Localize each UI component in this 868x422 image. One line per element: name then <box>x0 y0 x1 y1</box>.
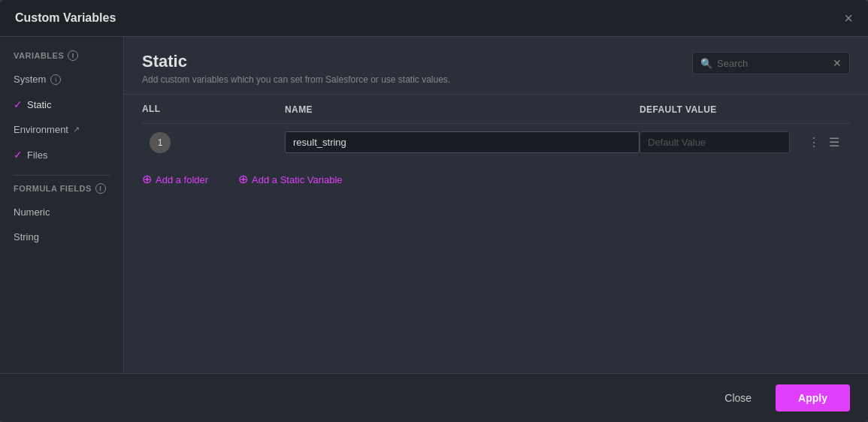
modal-header: Custom Variables × <box>0 0 868 37</box>
variables-section-label: VARIABLES i <box>0 50 123 67</box>
close-button[interactable]: Close <box>709 384 767 411</box>
modal-close-button[interactable]: × <box>844 11 853 26</box>
sidebar-item-environment[interactable]: Environment ↗ <box>0 117 123 142</box>
table-area: All Name Default Value 1 <box>124 95 868 373</box>
page-subtitle: Add custom variables which you can set f… <box>142 74 450 85</box>
sidebar-divider <box>14 175 110 176</box>
main-header: Static Add custom variables which you ca… <box>124 37 868 95</box>
system-info-icon[interactable]: i <box>50 74 61 85</box>
variable-name-input[interactable] <box>285 131 640 153</box>
col-default-header: Default Value <box>640 102 805 116</box>
search-box: 🔍 ✕ <box>692 52 850 74</box>
search-icon: 🔍 <box>700 58 712 69</box>
page-title: Static <box>142 52 450 71</box>
row-comment-button[interactable]: ☰ <box>826 134 842 152</box>
custom-variables-modal: Custom Variables × VARIABLES i System i … <box>0 0 868 422</box>
add-variable-link[interactable]: ⊕ Add a Static Variable <box>238 173 342 185</box>
variables-info-icon[interactable]: i <box>68 50 78 61</box>
row-action-buttons: ⋮ ☰ <box>805 134 850 152</box>
col-default-label: Default Value <box>640 104 717 115</box>
table-row: 1 ⋮ ☰ <box>142 124 850 161</box>
add-folder-icon: ⊕ <box>142 173 152 185</box>
sidebar-item-string[interactable]: String <box>0 225 123 249</box>
main-content: Static Add custom variables which you ca… <box>124 37 868 373</box>
modal-title: Custom Variables <box>15 11 116 25</box>
row-name-cell <box>255 131 640 153</box>
static-label: Static <box>27 99 52 110</box>
add-folder-link[interactable]: ⊕ Add a folder <box>142 173 208 185</box>
files-check-icon: ✓ <box>14 149 23 161</box>
search-clear-icon[interactable]: ✕ <box>833 57 842 69</box>
sidebar-item-numeric[interactable]: Numeric <box>0 200 123 225</box>
formula-fields-section-label: FORMULA FIELDS i <box>0 183 123 200</box>
external-link-icon: ↗ <box>73 125 80 134</box>
col-all-label: All <box>142 104 161 114</box>
row-all-cell: 1 <box>142 132 255 153</box>
variable-default-input[interactable] <box>640 131 790 153</box>
sidebar-item-system[interactable]: System i <box>0 67 123 92</box>
row-actions-cell: ⋮ ☰ <box>805 134 850 152</box>
search-input[interactable] <box>717 58 828 69</box>
add-variable-label: Add a Static Variable <box>252 174 342 185</box>
col-actions-header <box>805 102 850 116</box>
main-title-block: Static Add custom variables which you ca… <box>142 52 450 85</box>
apply-button[interactable]: Apply <box>776 384 850 411</box>
col-name-label: Name <box>285 104 313 115</box>
row-number: 1 <box>150 132 171 153</box>
sidebar-item-static[interactable]: ✓ Static <box>0 92 123 117</box>
modal-body: VARIABLES i System i ✓ Static Environmen… <box>0 37 868 373</box>
col-name-header: Name <box>255 102 640 116</box>
modal-footer: Close Apply <box>0 373 868 422</box>
sidebar-item-files[interactable]: ✓ Files <box>0 142 123 167</box>
add-folder-label: Add a folder <box>156 174 208 185</box>
files-label: Files <box>27 149 47 161</box>
add-variable-icon: ⊕ <box>238 173 248 185</box>
formula-info-icon[interactable]: i <box>95 183 106 194</box>
numeric-label: Numeric <box>14 206 50 218</box>
add-links-area: ⊕ Add a folder ⊕ Add a Static Variable <box>142 161 850 197</box>
static-check-icon: ✓ <box>14 98 23 110</box>
system-label: System <box>14 74 46 85</box>
row-default-cell <box>640 131 805 153</box>
col-all-header: All <box>142 102 255 116</box>
table-header: All Name Default Value <box>142 95 850 124</box>
sidebar: VARIABLES i System i ✓ Static Environmen… <box>0 37 124 373</box>
environment-label: Environment <box>14 124 68 135</box>
string-label: String <box>14 231 39 243</box>
row-more-button[interactable]: ⋮ <box>805 134 823 152</box>
